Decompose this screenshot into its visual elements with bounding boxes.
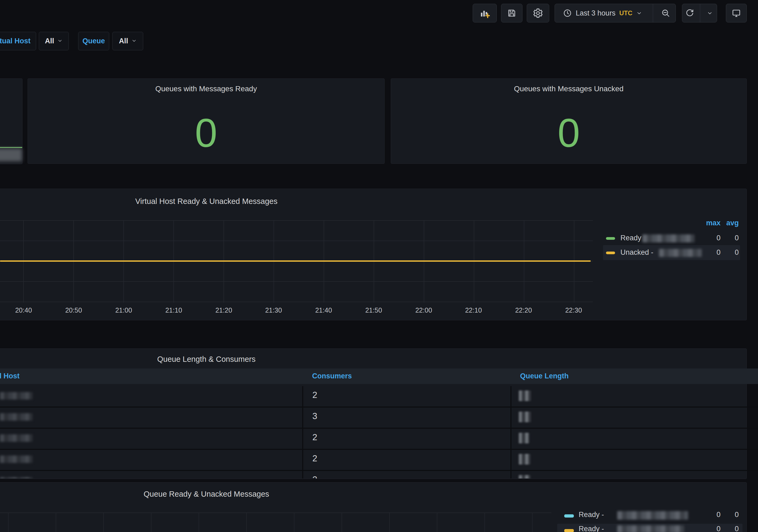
redacted-virtual-host xyxy=(0,434,33,442)
queue-chart-plot[interactable] xyxy=(0,513,551,532)
row-separator xyxy=(0,428,758,429)
chevron-down-icon xyxy=(131,38,137,45)
stat-panel-unacked: Queues with Messages Unacked 0 xyxy=(391,79,747,164)
zoom-out-time-button[interactable] xyxy=(656,4,675,22)
redacted-block xyxy=(0,149,22,161)
legend-label: Ready - xyxy=(579,511,604,519)
chevron-down-icon xyxy=(636,10,642,16)
x-tick: 21:30 xyxy=(265,306,282,314)
column-header-queue-length[interactable]: Queue Length xyxy=(520,372,569,380)
consumers-cell: 2 xyxy=(312,432,317,442)
legend-label: Ready xyxy=(620,234,641,242)
table-header-row: Virtual Host Consumers Queue Length xyxy=(0,369,758,384)
legend-header-max[interactable]: max xyxy=(706,219,720,227)
row-separator xyxy=(0,449,758,450)
legend-avg-value: 0 xyxy=(735,248,739,257)
x-tick: 21:10 xyxy=(165,306,182,314)
time-range-picker[interactable]: Last 3 hours UTC xyxy=(555,4,650,22)
variable-label-text: Virtual Host xyxy=(0,37,30,45)
table-body: 2 3 2 2 2 xyxy=(0,386,758,479)
dashboard-settings-button[interactable] xyxy=(527,4,549,22)
legend-max-value: 0 xyxy=(716,525,720,532)
column-header-consumers[interactable]: Consumers xyxy=(312,372,352,380)
redacted-queue-length xyxy=(519,390,531,401)
redacted-queue-length xyxy=(519,412,531,422)
cut-off-stat-panel xyxy=(0,79,22,164)
divider xyxy=(653,4,653,22)
series-color-dash xyxy=(606,251,615,254)
refresh-icon xyxy=(685,9,694,18)
stat-value: 0 xyxy=(28,113,384,153)
x-tick: 22:20 xyxy=(515,306,532,314)
sparkline-line xyxy=(0,147,22,148)
legend-max-value: 0 xyxy=(716,234,720,242)
divider xyxy=(700,4,700,22)
consumers-cell: 2 xyxy=(312,390,317,400)
x-tick: 22:30 xyxy=(565,306,582,314)
refresh-button[interactable] xyxy=(682,4,697,22)
redacted-virtual-host xyxy=(0,413,33,421)
legend-max-value: 0 xyxy=(716,248,720,257)
series-color-dash xyxy=(606,237,615,240)
variable-value-text: All xyxy=(45,37,54,45)
save-dashboard-button[interactable] xyxy=(501,4,523,22)
legend-header-avg[interactable]: avg xyxy=(726,219,739,227)
legend-avg-value: 0 xyxy=(735,511,739,519)
redacted-virtual-host xyxy=(0,477,33,479)
panel-title[interactable]: Queue Ready & Unacked Messages xyxy=(144,490,269,499)
panel-title[interactable]: Queue Length & Consumers xyxy=(157,355,256,364)
chevron-down-icon xyxy=(707,10,713,16)
refresh-interval-dropdown[interactable] xyxy=(703,4,717,22)
variable-label-text: Queue xyxy=(83,37,105,45)
legend-avg-value: 0 xyxy=(735,525,739,532)
stat-panel-ready: Queues with Messages Ready 0 xyxy=(28,79,385,164)
legend-max-value: 0 xyxy=(716,511,720,519)
grafana-dashboard: Last 3 hours UTC xyxy=(0,0,758,532)
column-separator xyxy=(302,386,303,479)
monitor-icon xyxy=(732,8,741,18)
redacted-virtual-host xyxy=(0,392,33,400)
consumers-cell: 2 xyxy=(312,453,317,463)
stat-value: 0 xyxy=(391,113,746,153)
timezone-label: UTC xyxy=(619,9,633,17)
redacted-series-name xyxy=(617,525,684,532)
redacted-series-name xyxy=(642,234,695,243)
unacked-series-line xyxy=(0,260,591,262)
chevron-down-icon xyxy=(57,38,63,45)
legend-label: Unacked - xyxy=(620,248,653,257)
column-header-virtual-host[interactable]: Virtual Host xyxy=(0,372,19,380)
x-tick: 21:50 xyxy=(365,306,382,314)
add-panel-icon xyxy=(480,8,490,18)
panel-title: Queues with Messages Ready xyxy=(28,84,384,93)
x-tick: 20:50 xyxy=(65,306,82,314)
x-tick: 20:40 xyxy=(15,306,32,314)
series-color-dash xyxy=(564,529,574,532)
save-icon xyxy=(507,8,517,18)
row-separator xyxy=(0,470,758,471)
variable-value-queue[interactable]: All xyxy=(113,32,143,50)
series-color-dash xyxy=(564,514,574,517)
clock-icon xyxy=(563,9,572,18)
x-tick: 22:10 xyxy=(465,306,482,314)
consumers-cell: 3 xyxy=(312,411,317,421)
redacted-queue-length xyxy=(519,454,531,465)
redacted-virtual-host xyxy=(0,455,33,463)
time-range-group: Last 3 hours UTC xyxy=(555,4,676,22)
x-tick: 21:40 xyxy=(315,306,332,314)
variable-label-queue: Queue xyxy=(78,32,109,50)
x-tick: 21:20 xyxy=(216,306,232,314)
redacted-series-name xyxy=(659,249,702,257)
legend-label: Ready - xyxy=(579,525,604,532)
vhost-chart-plot[interactable] xyxy=(0,220,593,303)
panel-title: Queues with Messages Unacked xyxy=(391,84,746,93)
gear-icon xyxy=(533,8,543,18)
time-range-label: Last 3 hours xyxy=(576,9,616,17)
redacted-series-name xyxy=(617,511,688,520)
variable-value-virtual-host[interactable]: All xyxy=(39,32,69,50)
refresh-group xyxy=(682,4,717,22)
legend-avg-value: 0 xyxy=(735,234,739,242)
add-panel-button[interactable] xyxy=(473,4,497,22)
panel-title[interactable]: Virtual Host Ready & Unacked Messages xyxy=(135,197,277,206)
variable-value-text: All xyxy=(119,37,128,45)
cycle-view-button[interactable] xyxy=(726,4,747,22)
